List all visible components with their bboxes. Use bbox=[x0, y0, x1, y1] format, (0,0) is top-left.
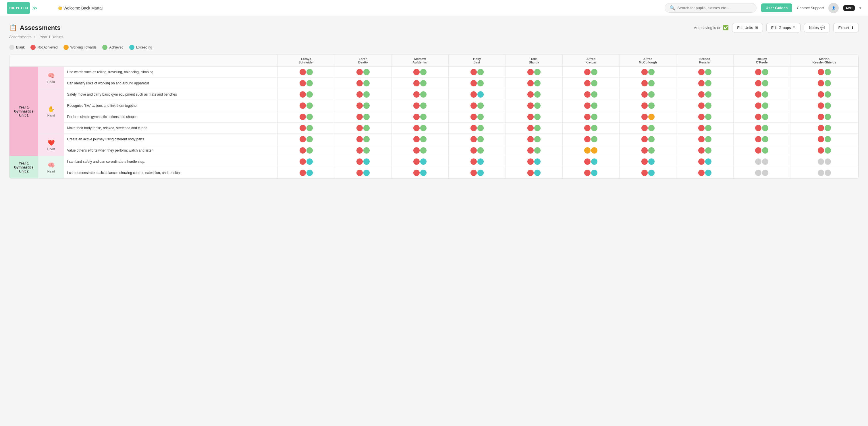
dot-left[interactable] bbox=[755, 125, 762, 131]
dots-cell-8[interactable] bbox=[733, 134, 790, 145]
dots-cell-7[interactable] bbox=[676, 167, 733, 178]
dot-right[interactable] bbox=[420, 159, 427, 165]
dot-left[interactable] bbox=[818, 102, 824, 109]
dots-cell-3[interactable] bbox=[448, 167, 505, 178]
dot-left[interactable] bbox=[755, 170, 762, 176]
dot-right[interactable] bbox=[477, 147, 484, 154]
dots-cell-8[interactable] bbox=[733, 67, 790, 78]
dots-cell-0[interactable] bbox=[278, 67, 335, 78]
dot-right[interactable] bbox=[534, 102, 540, 109]
dot-left[interactable] bbox=[300, 114, 306, 120]
dots-cell-6[interactable] bbox=[620, 111, 676, 123]
dots-cell-7[interactable] bbox=[676, 123, 733, 134]
dot-right[interactable] bbox=[420, 114, 427, 120]
dot-right[interactable] bbox=[825, 159, 831, 165]
dot-right[interactable] bbox=[705, 147, 711, 154]
dot-right[interactable] bbox=[762, 102, 768, 109]
dot-right[interactable] bbox=[420, 125, 427, 131]
dot-left[interactable] bbox=[698, 159, 705, 165]
dot-left[interactable] bbox=[527, 147, 534, 154]
dots-cell-1[interactable] bbox=[335, 100, 392, 111]
dot-right[interactable] bbox=[825, 91, 831, 98]
dot-left[interactable] bbox=[755, 147, 762, 154]
dot-right[interactable] bbox=[648, 147, 655, 154]
dot-left[interactable] bbox=[413, 69, 420, 75]
dot-left[interactable] bbox=[698, 125, 705, 131]
dot-right[interactable] bbox=[705, 80, 711, 87]
dots-cell-0[interactable] bbox=[278, 89, 335, 100]
dot-right[interactable] bbox=[762, 69, 768, 75]
dot-left[interactable] bbox=[641, 147, 648, 154]
dots-cell-5[interactable] bbox=[562, 100, 619, 111]
dots-cell-2[interactable] bbox=[392, 78, 448, 89]
dot-right[interactable] bbox=[420, 136, 427, 142]
dots-cell-8[interactable] bbox=[733, 100, 790, 111]
dot-left[interactable] bbox=[584, 147, 591, 154]
dots-cell-7[interactable] bbox=[676, 156, 733, 167]
dot-right[interactable] bbox=[825, 80, 831, 87]
dot-right[interactable] bbox=[420, 91, 427, 98]
dots-cell-9[interactable] bbox=[790, 145, 859, 156]
dots-cell-6[interactable] bbox=[620, 89, 676, 100]
dot-right[interactable] bbox=[705, 170, 711, 176]
dots-cell-9[interactable] bbox=[790, 134, 859, 145]
dot-right[interactable] bbox=[705, 114, 711, 120]
dots-cell-5[interactable] bbox=[562, 67, 619, 78]
dot-right[interactable] bbox=[648, 125, 655, 131]
dots-cell-8[interactable] bbox=[733, 145, 790, 156]
dot-left[interactable] bbox=[470, 91, 477, 98]
dot-left[interactable] bbox=[527, 102, 534, 109]
dot-left[interactable] bbox=[584, 136, 591, 142]
dots-cell-2[interactable] bbox=[392, 100, 448, 111]
dot-left[interactable] bbox=[470, 102, 477, 109]
dot-right[interactable] bbox=[307, 114, 313, 120]
contact-support-link[interactable]: Contact Support bbox=[797, 6, 824, 10]
dot-left[interactable] bbox=[470, 170, 477, 176]
dot-left[interactable] bbox=[470, 159, 477, 165]
dot-left[interactable] bbox=[698, 114, 705, 120]
dot-left[interactable] bbox=[641, 170, 648, 176]
dot-right[interactable] bbox=[705, 159, 711, 165]
dots-cell-8[interactable] bbox=[733, 123, 790, 134]
dot-left[interactable] bbox=[300, 102, 306, 109]
dot-left[interactable] bbox=[470, 147, 477, 154]
dot-left[interactable] bbox=[470, 125, 477, 131]
breadcrumb-parent[interactable]: Assessments bbox=[9, 35, 31, 39]
dot-right[interactable] bbox=[307, 136, 313, 142]
dots-cell-5[interactable] bbox=[562, 156, 619, 167]
dots-cell-2[interactable] bbox=[392, 167, 448, 178]
dots-cell-4[interactable] bbox=[505, 89, 562, 100]
dot-left[interactable] bbox=[584, 80, 591, 87]
dot-left[interactable] bbox=[527, 69, 534, 75]
dot-right[interactable] bbox=[705, 69, 711, 75]
dots-cell-0[interactable] bbox=[278, 145, 335, 156]
dot-right[interactable] bbox=[648, 170, 655, 176]
search-input[interactable] bbox=[678, 6, 752, 10]
dots-cell-5[interactable] bbox=[562, 134, 619, 145]
dot-left[interactable] bbox=[641, 114, 648, 120]
dots-cell-7[interactable] bbox=[676, 145, 733, 156]
dots-cell-4[interactable] bbox=[505, 123, 562, 134]
dot-right[interactable] bbox=[477, 114, 484, 120]
dot-right[interactable] bbox=[420, 147, 427, 154]
dot-right[interactable] bbox=[534, 69, 540, 75]
dots-cell-3[interactable] bbox=[448, 89, 505, 100]
dot-left[interactable] bbox=[413, 80, 420, 87]
dot-left[interactable] bbox=[755, 102, 762, 109]
dot-right[interactable] bbox=[307, 102, 313, 109]
dot-right[interactable] bbox=[762, 136, 768, 142]
dot-right[interactable] bbox=[363, 91, 370, 98]
edit-units-button[interactable]: Edit Units ⊞ bbox=[732, 23, 763, 32]
dot-right[interactable] bbox=[534, 114, 540, 120]
dot-right[interactable] bbox=[307, 170, 313, 176]
dots-cell-4[interactable] bbox=[505, 167, 562, 178]
dot-right[interactable] bbox=[534, 159, 540, 165]
dot-right[interactable] bbox=[534, 136, 540, 142]
dots-cell-0[interactable] bbox=[278, 111, 335, 123]
dots-cell-1[interactable] bbox=[335, 89, 392, 100]
dots-cell-1[interactable] bbox=[335, 78, 392, 89]
dots-cell-2[interactable] bbox=[392, 123, 448, 134]
dots-cell-8[interactable] bbox=[733, 111, 790, 123]
dot-right[interactable] bbox=[534, 170, 540, 176]
dot-left[interactable] bbox=[584, 69, 591, 75]
